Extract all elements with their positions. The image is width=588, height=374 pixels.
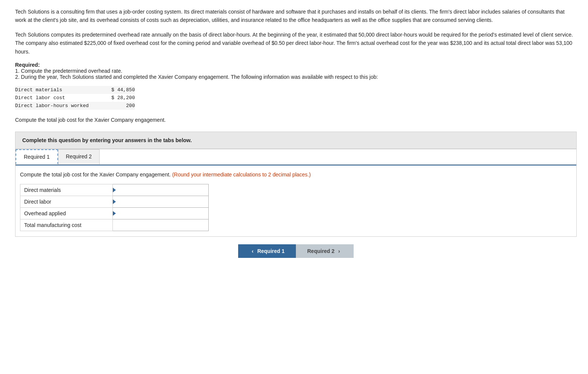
forward-button-label: Required 2 [307, 248, 334, 254]
back-arrow-icon: ‹ [252, 248, 254, 254]
answer-input-cell-1[interactable] [113, 196, 209, 208]
tab-1-label: Required 1 [24, 154, 50, 160]
paragraph-1: Tech Solutions is a consulting firm that… [15, 8, 577, 25]
data-table-row: Direct labor cost $ 28,200 [15, 94, 135, 102]
bottom-navigation: ‹ Required 1 Required 2 › [15, 244, 577, 258]
answer-input-2[interactable] [120, 210, 206, 217]
data-row-value: 200 [111, 102, 135, 110]
answer-table: Direct materials Direct labor Overhead a… [20, 184, 209, 231]
required-section: Required: 1. Compute the predetermined o… [15, 62, 577, 80]
answer-input-1[interactable] [120, 198, 206, 205]
compute-text: Compute the total job cost for the Xavie… [15, 116, 577, 124]
required-label: Required: [15, 62, 40, 68]
instruction-box: Complete this question by entering your … [15, 132, 577, 149]
back-button[interactable]: ‹ Required 1 [238, 244, 296, 258]
tab-required-1[interactable]: Required 1 [15, 149, 58, 164]
forward-arrow-icon: › [338, 248, 340, 254]
answer-row-label-3: Total manufacturing cost [20, 219, 113, 231]
data-row-label: Direct labor-hours worked [15, 102, 111, 110]
answer-input-cell-total[interactable] [113, 219, 209, 231]
answer-input-0[interactable] [120, 186, 206, 194]
answer-table-row: Direct labor [20, 196, 209, 208]
tabs-container: Required 1 Required 2 Compute the total … [15, 149, 577, 237]
answer-table-row: Overhead applied [20, 208, 209, 219]
required-item-1: 1. Compute the predetermined overhead ra… [15, 68, 577, 74]
job-data-table: Direct materials $ 44,850 Direct labor c… [15, 86, 135, 110]
answer-row-label-2: Overhead applied [20, 208, 113, 219]
required-item-2: 2. During the year, Tech Solutions start… [15, 74, 577, 80]
answer-table-row: Total manufacturing cost [20, 219, 209, 231]
answer-input-cell-0[interactable] [113, 184, 209, 196]
tab-instruction-round: (Round your intermediate calculations to… [172, 172, 311, 178]
data-row-value: $ 28,200 [111, 94, 135, 102]
answer-table-row: Direct materials [20, 184, 209, 196]
tab-instruction: Compute the total job cost for the Xavie… [20, 171, 572, 179]
answer-input-total[interactable] [116, 221, 206, 229]
forward-button[interactable]: Required 2 › [296, 244, 354, 258]
tab-content: Compute the total job cost for the Xavie… [15, 165, 576, 236]
data-row-value: $ 44,850 [111, 86, 135, 94]
data-table-row: Direct labor-hours worked 200 [15, 102, 135, 110]
tabs-header: Required 1 Required 2 [15, 149, 576, 165]
back-button-label: Required 1 [257, 248, 285, 254]
answer-input-cell-2[interactable] [113, 208, 209, 219]
tab-instruction-text: Compute the total job cost for the Xavie… [20, 172, 171, 178]
answer-row-label-1: Direct labor [20, 196, 113, 208]
paragraph-2: Tech Solutions computes its predetermine… [15, 31, 577, 56]
answer-row-label-0: Direct materials [20, 184, 113, 196]
data-row-label: Direct materials [15, 86, 111, 94]
tab-2-label: Required 2 [66, 153, 92, 159]
data-row-label: Direct labor cost [15, 94, 111, 102]
tab-required-2[interactable]: Required 2 [58, 149, 100, 164]
data-table-row: Direct materials $ 44,850 [15, 86, 135, 94]
